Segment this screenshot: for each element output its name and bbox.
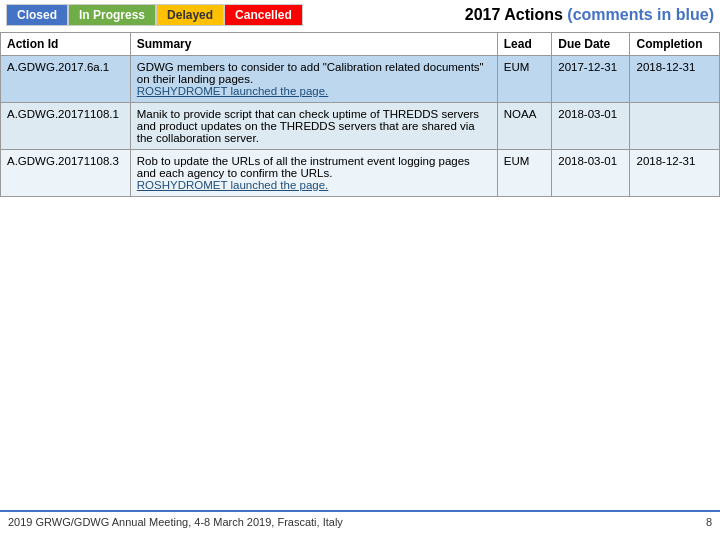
- row2-lead: NOAA: [497, 103, 552, 150]
- row2-summary-text: Manik to provide script that can check u…: [137, 108, 479, 144]
- col-header-duedate: Due Date: [552, 33, 630, 56]
- row3-duedate: 2018-03-01: [552, 150, 630, 197]
- col-header-completion: Completion: [630, 33, 720, 56]
- page-wrapper: Closed In Progress Delayed Cancelled 201…: [0, 0, 720, 540]
- row1-duedate: 2017-12-31: [552, 56, 630, 103]
- col-header-summary: Summary: [130, 33, 497, 56]
- title-text: 2017 Actions: [465, 6, 568, 23]
- row2-id: A.GDWG.20171108.1: [1, 103, 131, 150]
- row3-completion: 2018-12-31: [630, 150, 720, 197]
- row1-summary: GDWG members to consider to add "Calibra…: [130, 56, 497, 103]
- header-row: Closed In Progress Delayed Cancelled 201…: [0, 0, 720, 30]
- row1-completion: 2018-12-31: [630, 56, 720, 103]
- page-title: 2017 Actions (comments in blue): [465, 6, 714, 24]
- badge-closed: Closed: [6, 4, 68, 26]
- table-row: A.GDWG.20171108.1 Manik to provide scrip…: [1, 103, 720, 150]
- actions-table: Action Id Summary Lead Due Date Completi…: [0, 32, 720, 197]
- footer-text: 2019 GRWG/GDWG Annual Meeting, 4-8 March…: [8, 516, 343, 528]
- title-suffix: (comments in blue): [567, 6, 714, 23]
- badge-inprogress: In Progress: [68, 4, 156, 26]
- table-row: A.GDWG.20171108.3 Rob to update the URLs…: [1, 150, 720, 197]
- row2-duedate: 2018-03-01: [552, 103, 630, 150]
- badge-delayed: Delayed: [156, 4, 224, 26]
- table-row: A.GDWG.2017.6a.1 GDWG members to conside…: [1, 56, 720, 103]
- row1-summary-link[interactable]: ROSHYDROMET launched the page.: [137, 85, 329, 97]
- row3-lead: EUM: [497, 150, 552, 197]
- row3-summary-link[interactable]: ROSHYDROMET launched the page.: [137, 179, 329, 191]
- col-header-id: Action Id: [1, 33, 131, 56]
- row1-id: A.GDWG.2017.6a.1: [1, 56, 131, 103]
- badge-cancelled: Cancelled: [224, 4, 303, 26]
- row3-summary: Rob to update the URLs of all the instru…: [130, 150, 497, 197]
- row1-lead: EUM: [497, 56, 552, 103]
- row3-id: A.GDWG.20171108.3: [1, 150, 131, 197]
- row2-summary: Manik to provide script that can check u…: [130, 103, 497, 150]
- footer: 2019 GRWG/GDWG Annual Meeting, 4-8 March…: [0, 510, 720, 532]
- row2-completion: [630, 103, 720, 150]
- row3-summary-text: Rob to update the URLs of all the instru…: [137, 155, 470, 179]
- row1-summary-text: GDWG members to consider to add "Calibra…: [137, 61, 484, 85]
- col-header-lead: Lead: [497, 33, 552, 56]
- footer-page-number: 8: [706, 516, 712, 528]
